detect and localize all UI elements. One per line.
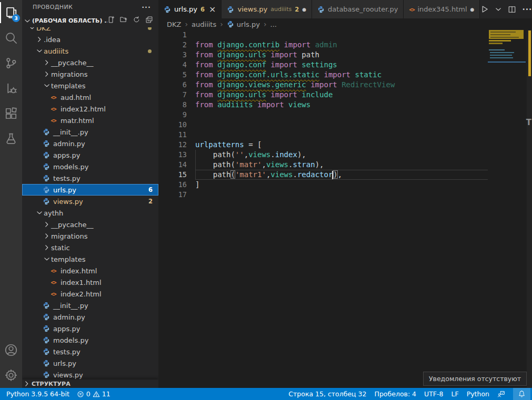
tree-item-label: migrations [51, 70, 88, 78]
scrollbar[interactable] [527, 30, 532, 388]
git-modified-dot [148, 49, 152, 53]
tree-file-aud-html[interactable]: <>aud.html [22, 91, 158, 103]
tab-urls-py[interactable]: urls.py6× [158, 0, 222, 18]
tree-file-apps-py[interactable]: apps.py [22, 323, 158, 334]
extensions-icon [4, 107, 18, 120]
code-line-3[interactable]: 3from django.urls import path [158, 50, 488, 60]
tree-folder-migrations[interactable]: migrations [22, 230, 158, 242]
tree-file-views-py[interactable]: views.py2 [22, 196, 158, 207]
code-line-13[interactable]: 13 path('',views.index), [158, 150, 488, 160]
python-file-icon [227, 20, 234, 28]
tree-file-tests-py[interactable]: tests.py [22, 172, 158, 184]
tree-file-admin-py[interactable]: admin.py [22, 311, 158, 323]
status-eol[interactable]: LF [451, 388, 459, 400]
tree-file-views-py[interactable]: views.py [22, 369, 158, 381]
close-icon[interactable]: × [209, 5, 216, 14]
tree-file--init-py[interactable]: __init__.py [22, 300, 158, 311]
tree-file-index2-html[interactable]: <>index2.html [22, 288, 158, 300]
sidebar: ПРОВОДНИК ··· DKZ.ideaaudiiits__pycache_… [22, 0, 158, 388]
tree-folder-audiiits[interactable]: audiiits [22, 45, 158, 57]
tree-item-label: apps.py [53, 325, 80, 333]
collapse-all-button[interactable] [145, 16, 153, 26]
status-language-mode[interactable]: Python [467, 388, 489, 400]
code-line-4[interactable]: 4from django.conf import settings [158, 60, 488, 70]
run-button[interactable] [480, 5, 489, 14]
status-cursor-position[interactable]: Строка 15, столбец 32 [288, 388, 366, 400]
activity-bar-item-account[interactable] [0, 337, 22, 363]
code-line-7[interactable]: 7from django.urls import include [158, 90, 488, 100]
tree-file-urls-py[interactable]: urls.py6 [22, 184, 158, 196]
workspace-section-header[interactable]: (РАБОЧАЯ ОБЛАСТЬ) ... [22, 14, 158, 27]
tab-label: views.py [237, 5, 267, 13]
code-editor[interactable]: 12from django.contrib import admin3from … [158, 30, 532, 388]
file-tree: DKZ.ideaaudiiits__pycache__migrationstem… [22, 22, 158, 381]
status-problems[interactable]: 011 [77, 388, 111, 400]
tree-file-apps-py[interactable]: apps.py [22, 149, 158, 161]
tree-item-label: index.html [61, 267, 97, 275]
activity-bar-item-extensions[interactable] [0, 101, 22, 126]
status-feedback[interactable] [497, 388, 505, 400]
problems-count-badge: 6 [148, 186, 153, 193]
activity-bar-item-source-control[interactable] [0, 50, 22, 76]
tree-folder-templates[interactable]: templates [22, 80, 158, 91]
tree-file-models-py[interactable]: models.py [22, 161, 158, 172]
activity-bar-item-explorer[interactable]: 3 [0, 0, 22, 25]
more-actions-icon[interactable]: ··· [142, 3, 151, 11]
split-editor-button[interactable] [508, 5, 516, 14]
tree-file-tests-py[interactable]: tests.py [22, 346, 158, 357]
breadcrumb-item-audiiits[interactable]: audiiits [192, 20, 216, 28]
code-line-1[interactable]: 1 [158, 30, 488, 40]
breadcrumb-item-dkz[interactable]: DKZ [167, 20, 181, 28]
code-line-11[interactable]: 11 [158, 130, 488, 140]
code-line-16[interactable]: 16] [158, 180, 488, 190]
tree-folder--idea[interactable]: .idea [22, 34, 158, 45]
activity-bar-item-run-debug[interactable] [0, 76, 22, 101]
code-line-2[interactable]: 2from django.contrib import admin [158, 40, 488, 50]
code-line-9[interactable]: 9 [158, 110, 488, 120]
status-indentation[interactable]: Пробелов: 4 [375, 388, 417, 400]
tree-item-label: views.py [53, 371, 83, 379]
breadcrumb[interactable]: DKZ›audiiits›urls.py›... [158, 18, 532, 30]
tree-folder-templates[interactable]: templates [22, 253, 158, 265]
more-actions-button[interactable]: ··· [522, 5, 532, 14]
tab-views-py[interactable]: views.pyaudiiits2● [222, 0, 312, 18]
tab-index345-html[interactable]: <>index345.html● [404, 0, 480, 18]
activity-bar-item-search[interactable] [0, 25, 22, 50]
tree-file-index12-html[interactable]: <>index12.html [22, 103, 158, 115]
tree-folder--pycache-[interactable]: __pycache__ [22, 57, 158, 68]
breadcrumb-item-urls-py[interactable]: urls.py [227, 20, 260, 28]
code-line-6[interactable]: 6from django.views.generic import Redire… [158, 80, 488, 90]
tree-file-matr-html[interactable]: <>matr.html [22, 115, 158, 126]
tree-file--init-py[interactable]: __init__.py [22, 126, 158, 138]
code-line-5[interactable]: 5from django.conf.urls.static import sta… [158, 70, 488, 80]
tree-folder-migrations[interactable]: migrations [22, 68, 158, 80]
tree-file-admin-py[interactable]: admin.py [22, 138, 158, 149]
new-folder-button[interactable] [120, 16, 128, 26]
code-line-12[interactable]: 12urlpatterns = [ [158, 140, 488, 150]
new-file-button[interactable] [107, 16, 115, 26]
breadcrumb-item--[interactable]: ... [270, 20, 277, 28]
tree-file-index1-html[interactable]: <>index1.html [22, 276, 158, 288]
code-line-15[interactable]: 15 path('matr1',views.redactor), [158, 170, 488, 180]
tree-file-index-html[interactable]: <>index.html [22, 265, 158, 276]
activity-bar-item-testing[interactable] [0, 126, 22, 151]
chevron-right-icon [35, 36, 44, 43]
code-line-14[interactable]: 14 path('matr',views.stran), [158, 160, 488, 170]
refresh-button[interactable] [133, 16, 140, 26]
code-line-10[interactable]: 10 [158, 120, 488, 130]
tree-file-models-py[interactable]: models.py [22, 334, 158, 346]
status-notifications-bell[interactable] [513, 388, 530, 400]
status-python-version[interactable]: Python 3.9.5 64-bit [6, 388, 69, 400]
tree-folder-aythh[interactable]: aythh [22, 207, 158, 219]
activity-bar-item-settings[interactable] [0, 363, 22, 388]
tab-database-roouter-py[interactable]: database_roouter.py [312, 0, 404, 18]
tree-folder--pycache-[interactable]: __pycache__ [22, 219, 158, 230]
code-line-8[interactable]: 8from audiiits import views [158, 100, 488, 110]
search-icon [4, 31, 18, 45]
status-encoding[interactable]: UTF-8 [424, 388, 443, 400]
run-dropdown[interactable] [495, 6, 502, 13]
structure-section-header[interactable]: СТРУКТУРА [22, 380, 158, 388]
code-line-17[interactable]: 17 [158, 190, 488, 200]
tree-file-urls-py[interactable]: urls.py [22, 357, 158, 369]
tree-folder-static[interactable]: static [22, 242, 158, 253]
